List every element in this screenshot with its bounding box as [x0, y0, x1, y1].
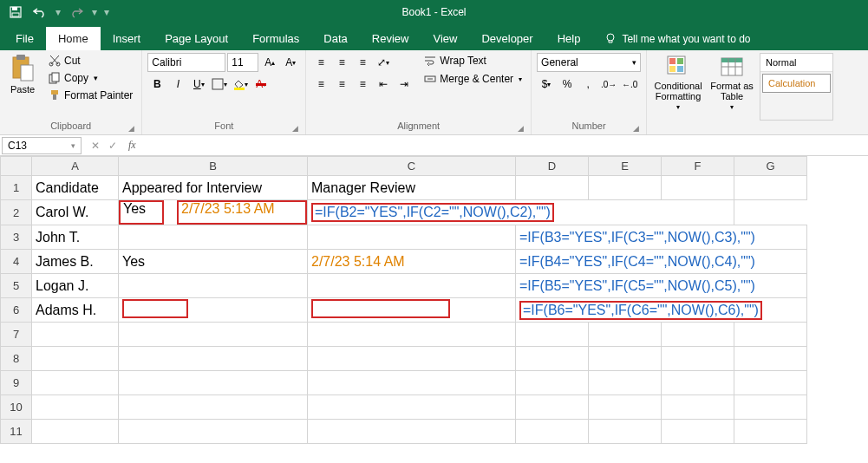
cell-F1[interactable]	[662, 176, 734, 200]
cell-F7[interactable]	[662, 323, 734, 347]
font-dialog-icon[interactable]: ◢	[292, 124, 298, 133]
cell-C2[interactable]: 2/7/23 5:13 AM	[177, 200, 307, 225]
number-dialog-icon[interactable]: ◢	[633, 124, 639, 133]
cell-A7[interactable]	[32, 323, 119, 347]
cell-D4[interactable]: =IF(B4="YES",IF(C4="",NOW(),C4),"")	[516, 250, 807, 274]
font-size-combo[interactable]	[227, 53, 258, 72]
cell-F8[interactable]	[662, 347, 734, 371]
tab-file[interactable]: File	[3, 27, 46, 50]
tab-developer[interactable]: Developer	[469, 27, 545, 50]
tell-me-search[interactable]: Tell me what you want to do	[592, 28, 762, 50]
cell-F9[interactable]	[662, 371, 734, 395]
undo-button[interactable]	[29, 2, 50, 23]
cell-E7[interactable]	[589, 323, 662, 347]
col-header-C[interactable]: C	[308, 157, 516, 176]
cell-B3[interactable]	[119, 225, 308, 250]
number-format-combo[interactable]: General▾	[537, 53, 641, 72]
cell-E9[interactable]	[589, 371, 662, 395]
cell-G10[interactable]	[734, 395, 807, 420]
align-right-button[interactable]: ≡	[353, 75, 372, 94]
row-header-4[interactable]: 4	[1, 250, 32, 274]
cell-D2[interactable]: =IF(B2="YES",IF(C2="",NOW(),C2),"")	[308, 200, 734, 225]
cell-C5[interactable]	[308, 274, 516, 298]
row-header-7[interactable]: 7	[1, 323, 32, 347]
tab-help[interactable]: Help	[545, 27, 593, 50]
cell-E10[interactable]	[589, 395, 662, 420]
select-all-corner[interactable]	[1, 157, 32, 176]
row-header-11[interactable]: 11	[1, 420, 32, 444]
undo-dropdown-icon[interactable]: ▾	[55, 6, 61, 18]
cell-A5[interactable]: Logan J.	[32, 274, 119, 298]
redo-button[interactable]	[66, 2, 87, 23]
decrease-font-button[interactable]: A▾	[281, 53, 300, 72]
name-box[interactable]: C13▾	[2, 137, 82, 154]
format-painter-button[interactable]: Format Painter	[45, 88, 136, 103]
cell-A4[interactable]: James B.	[32, 250, 119, 274]
col-header-D[interactable]: D	[516, 157, 589, 176]
cell-D9[interactable]	[516, 371, 589, 395]
cell-G8[interactable]	[734, 347, 807, 371]
row-header-2[interactable]: 2	[1, 200, 32, 225]
cell-B6[interactable]	[119, 298, 308, 323]
cell-C4[interactable]: 2/7/23 5:14 AM	[308, 250, 516, 274]
paste-button[interactable]: Paste	[5, 53, 40, 121]
cell-B10[interactable]	[119, 395, 308, 420]
col-header-E[interactable]: E	[589, 157, 662, 176]
cell-D1[interactable]	[516, 176, 589, 200]
wrap-text-button[interactable]: Wrap Text	[421, 53, 525, 68]
row-header-1[interactable]: 1	[1, 176, 32, 200]
formula-input[interactable]	[140, 137, 868, 154]
cell-A11[interactable]	[32, 420, 119, 444]
cell-C10[interactable]	[308, 395, 516, 420]
increase-decimal-button[interactable]: .0→	[599, 75, 618, 94]
cell-C6[interactable]	[308, 298, 516, 323]
cell-F10[interactable]	[662, 395, 734, 420]
cell-A2[interactable]: Carol W.	[32, 200, 119, 225]
col-header-G[interactable]: G	[734, 157, 807, 176]
cut-button[interactable]: Cut	[45, 53, 136, 68]
alignment-dialog-icon[interactable]: ◢	[518, 124, 524, 133]
cell-E11[interactable]	[589, 420, 662, 444]
cell-G11[interactable]	[734, 420, 807, 444]
font-color-button[interactable]: A▾	[251, 75, 271, 94]
font-name-combo[interactable]	[147, 53, 225, 72]
cancel-formula-icon[interactable]: ✕	[88, 140, 102, 152]
row-header-5[interactable]: 5	[1, 274, 32, 298]
tab-view[interactable]: View	[421, 27, 469, 50]
cell-D11[interactable]	[516, 420, 589, 444]
orientation-button[interactable]: ⤢▾	[374, 53, 393, 72]
decrease-decimal-button[interactable]: ←.0	[620, 75, 639, 94]
clipboard-dialog-icon[interactable]: ◢	[128, 124, 134, 133]
col-header-A[interactable]: A	[32, 157, 119, 176]
cell-G7[interactable]	[734, 323, 807, 347]
cell-G1[interactable]	[734, 176, 807, 200]
row-header-10[interactable]: 10	[1, 395, 32, 420]
cell-G9[interactable]	[734, 371, 807, 395]
tab-home[interactable]: Home	[46, 27, 101, 50]
cell-C3[interactable]	[308, 225, 516, 250]
cell-C8[interactable]	[308, 347, 516, 371]
cell-D6[interactable]: =IF(B6="YES",IF(C6="",NOW(),C6),"")	[516, 298, 807, 323]
merge-center-button[interactable]: Merge & Center▾	[421, 71, 525, 87]
cell-A10[interactable]	[32, 395, 119, 420]
cell-E1[interactable]	[589, 176, 662, 200]
currency-button[interactable]: $▾	[537, 75, 556, 94]
bold-button[interactable]: B	[147, 75, 166, 94]
align-left-button[interactable]: ≡	[311, 75, 330, 94]
tab-review[interactable]: Review	[360, 27, 421, 50]
style-normal[interactable]: Normal	[760, 54, 832, 72]
align-middle-button[interactable]: ≡	[332, 53, 351, 72]
cell-A9[interactable]	[32, 371, 119, 395]
save-button[interactable]	[5, 2, 26, 23]
comma-button[interactable]: ,	[578, 75, 597, 94]
cell-C9[interactable]	[308, 371, 516, 395]
cell-B11[interactable]	[119, 420, 308, 444]
format-as-table-button[interactable]: Format as Table▾	[706, 53, 758, 121]
tab-data[interactable]: Data	[311, 27, 359, 50]
cell-A3[interactable]: John T.	[32, 225, 119, 250]
cell-B8[interactable]	[119, 347, 308, 371]
fill-color-button[interactable]: ▾	[231, 75, 250, 94]
col-header-F[interactable]: F	[662, 157, 734, 176]
cell-A1[interactable]: Candidate	[32, 176, 119, 200]
cell-B1[interactable]: Appeared for Interview	[119, 176, 308, 200]
